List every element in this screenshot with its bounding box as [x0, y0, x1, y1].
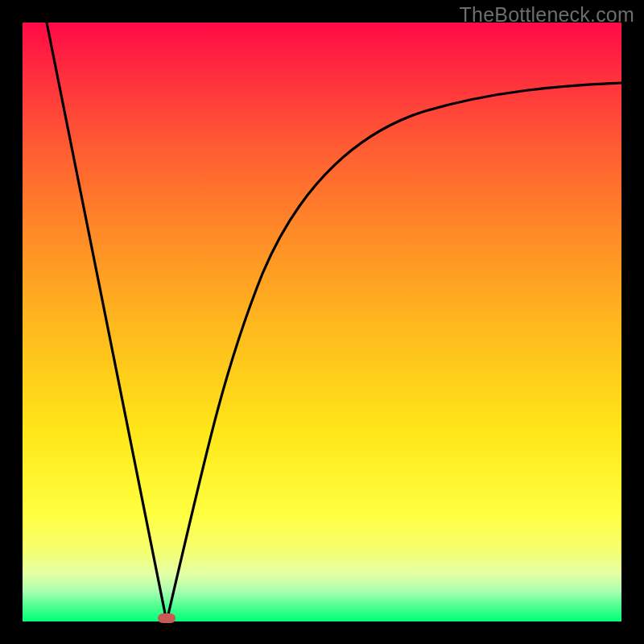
- curve-left-segment: [47, 23, 167, 621]
- optimal-point-marker: [158, 613, 175, 623]
- curve-right-segment: [167, 83, 621, 621]
- bottleneck-curve: [23, 23, 621, 621]
- chart-frame: [23, 23, 621, 621]
- watermark-text: TheBottleneck.com: [460, 3, 634, 27]
